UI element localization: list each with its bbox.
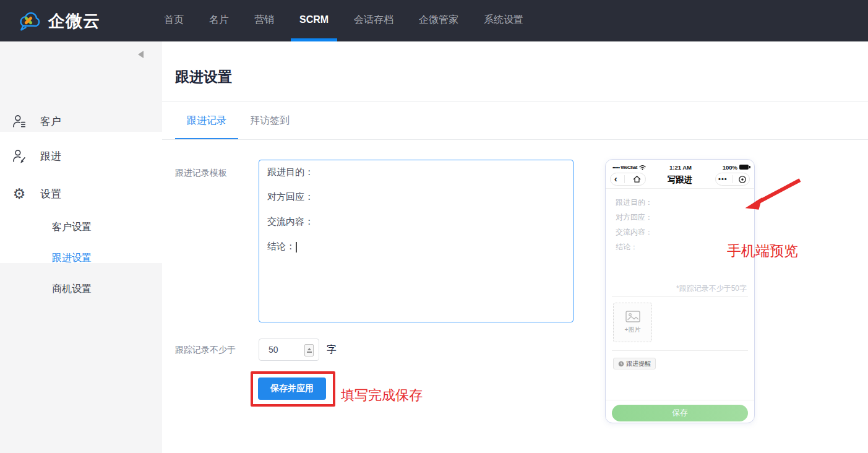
save-apply-button[interactable]: 保存并应用 xyxy=(258,378,326,400)
reminder-badge-label: 跟进提醒 xyxy=(626,360,651,368)
min-count-label: 跟踪记录不少于 xyxy=(175,345,236,356)
nav-item-scrm[interactable]: SCRM xyxy=(291,0,337,41)
phone-image-upload[interactable]: +图片 xyxy=(613,303,652,342)
home-icon[interactable] xyxy=(632,175,642,184)
brand-name: 企微云 xyxy=(48,10,100,32)
phone-template-preview: 跟进目的： 对方回应： 交流内容： 结论： xyxy=(616,195,653,254)
phone-nav-divider xyxy=(606,188,754,189)
nav-item-wecom-manager[interactable]: 企微管家 xyxy=(410,0,467,41)
phone-section-divider xyxy=(612,350,748,351)
tab-divider xyxy=(162,139,868,140)
phone-footer-divider xyxy=(606,400,754,400)
battery-icon xyxy=(739,165,749,170)
main-nav: 首页 名片 营销 SCRM 会话存档 企微管家 系统设置 xyxy=(155,0,540,41)
placeholder-line: 交流内容： xyxy=(616,225,653,239)
placeholder-line: 结论： xyxy=(616,239,653,254)
placeholder-line: 对方回应： xyxy=(616,210,653,225)
sidebar-item-followup[interactable]: 跟进 xyxy=(0,141,162,171)
phone-section-divider xyxy=(612,296,748,297)
phone-save-button[interactable]: 保存 xyxy=(612,405,748,421)
template-textarea[interactable]: 跟进目的： 对方回应： 交流内容： 结论： xyxy=(259,160,574,322)
battery-percent: 100% xyxy=(723,164,737,171)
top-navbar: 企微云 首页 名片 营销 SCRM 会话存档 企微管家 系统设置 xyxy=(0,0,868,41)
phone-nav-bar: ‹ 写跟进 ••• xyxy=(606,171,754,188)
sidebar-subitem-customer-settings[interactable]: 客户设置 xyxy=(52,221,92,234)
miniprogram-capsule[interactable]: ••• xyxy=(715,173,750,186)
sidebar-collapse-button[interactable] xyxy=(136,50,146,59)
text-cursor xyxy=(296,242,297,252)
customer-icon xyxy=(11,113,27,129)
image-icon xyxy=(625,311,640,323)
brand[interactable]: 企微云 xyxy=(15,0,100,41)
sidebar: 客户 跟进 ⚙ 设置 客户设置 跟进设置 商机设置 xyxy=(0,41,162,453)
app-shell: 客户 跟进 ⚙ 设置 客户设置 跟进设置 商机设置 跟进设置 跟进记录 拜访签到 xyxy=(0,41,868,453)
sidebar-item-label: 客户 xyxy=(40,114,61,129)
logo-cloud-icon xyxy=(15,8,42,34)
followup-icon xyxy=(11,148,27,164)
sidebar-item-settings[interactable]: ⚙ 设置 xyxy=(0,179,162,209)
sidebar-item-label: 跟进 xyxy=(40,149,61,163)
close-target-icon[interactable] xyxy=(738,175,747,184)
back-chevron-icon[interactable]: ‹ xyxy=(614,174,617,183)
main-content: 跟进设置 跟进记录 拜访签到 跟进记录模板 跟进目的： 对方回应： 交流内容： … xyxy=(162,41,868,453)
template-label: 跟进记录模板 xyxy=(175,168,227,179)
nav-item-card[interactable]: 名片 xyxy=(200,0,238,41)
tab-followup-record[interactable]: 跟进记录 xyxy=(175,101,238,140)
capsule-divider xyxy=(624,175,625,183)
min-count-input-wrap xyxy=(259,339,319,361)
placeholder-line: 跟进目的： xyxy=(616,195,653,210)
phone-min-count-hint: *跟踪记录不少于50字 xyxy=(676,283,747,294)
page-title: 跟进设置 xyxy=(175,67,232,87)
nav-item-chat-archive[interactable]: 会话存档 xyxy=(345,0,402,41)
tab-visit-checkin[interactable]: 拜访签到 xyxy=(238,101,301,140)
sidebar-item-customers[interactable]: 客户 xyxy=(0,106,162,136)
phone-page-title: 写跟进 xyxy=(649,175,711,186)
upload-label: +图片 xyxy=(625,326,641,334)
min-count-unit: 字 xyxy=(327,343,337,356)
clock-icon xyxy=(618,361,624,367)
phone-status-bar: ••••• WeChat 1:21 AM 100% xyxy=(612,163,749,171)
annotation-preview-note: 手机端预览 xyxy=(727,241,798,261)
nav-item-marketing[interactable]: 营销 xyxy=(246,0,283,41)
gear-icon: ⚙ xyxy=(11,186,27,202)
nav-item-home[interactable]: 首页 xyxy=(155,0,192,41)
sidebar-subitem-followup-settings[interactable]: 跟进设置 xyxy=(52,252,92,265)
capsule-divider xyxy=(733,175,733,183)
sidebar-subitem-opportunity-settings[interactable]: 商机设置 xyxy=(52,283,92,296)
phone-preview: ••••• WeChat 1:21 AM 100% ‹ xyxy=(605,159,755,423)
annotation-save-note: 填写完成保存 xyxy=(341,386,423,405)
phone-back-home-capsule[interactable]: ‹ xyxy=(610,173,646,186)
phone-reminder-badge[interactable]: 跟进提醒 xyxy=(613,358,656,369)
min-count-input[interactable] xyxy=(259,345,295,355)
more-menu-icon[interactable]: ••• xyxy=(718,176,728,183)
tab-bar: 跟进记录 拜访签到 xyxy=(175,101,301,140)
number-stepper-icon[interactable] xyxy=(304,344,314,356)
sidebar-item-label: 设置 xyxy=(40,187,61,201)
nav-item-system-settings[interactable]: 系统设置 xyxy=(475,0,532,41)
